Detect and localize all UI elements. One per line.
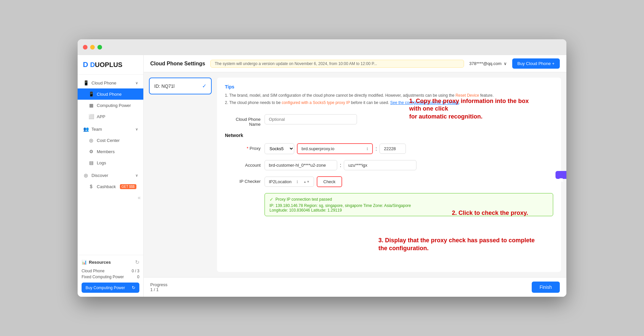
header-notice: The system will undergo a version update… <box>210 60 464 68</box>
sidebar-item-app[interactable]: ⬜ APP <box>78 111 143 122</box>
sidebar-item-members[interactable]: ⚙ Members <box>78 146 143 157</box>
success-check-icon: ✓ <box>269 197 273 202</box>
device-check-icon: ✓ <box>202 83 206 89</box>
members-icon: ⚙ <box>88 149 94 154</box>
page-wrapper: ID: NQ71l ✓ Tips 1. The brand, model, an… <box>144 72 566 277</box>
titlebar <box>78 39 566 55</box>
app-window: D DUOPLUS 📱 Cloud Phone ∨ 📱 Cloud Phone <box>78 39 566 297</box>
sidebar-item-computing-power[interactable]: ▦ Computing Power <box>78 100 143 111</box>
resource-row-cloud-phone: Cloud Phone 0 / 3 <box>82 269 139 273</box>
user-dropdown-icon: ∨ <box>504 61 507 66</box>
success-message: Proxy IP connection test passed <box>275 197 332 202</box>
sidebar-footer: 📊 Resources ↻ Cloud Phone 0 / 3 Fixed Co… <box>78 255 143 297</box>
team-icon: 👥 <box>83 126 89 132</box>
sidebar: D DUOPLUS 📱 Cloud Phone ∨ 📱 Cloud Phone <box>78 55 144 297</box>
app-body: D DUOPLUS 📱 Cloud Phone ∨ 📱 Cloud Phone <box>78 55 566 297</box>
proxy-info-icon[interactable]: ℹ <box>367 147 368 151</box>
sidebar-item-cloud-phone-label: Cloud Phone <box>91 81 116 85</box>
progress-label: Progress <box>150 282 167 287</box>
buy-refresh-icon: ↻ <box>132 285 135 290</box>
ip-checker-value: IP2Location <box>269 179 292 184</box>
minimize-button[interactable] <box>90 45 95 50</box>
refresh-icon[interactable]: ↻ <box>135 259 139 265</box>
chevron-down-icon: ∨ <box>135 81 138 85</box>
progress-value: 1 / 1 <box>150 287 167 292</box>
user-account[interactable]: 378****@qq.com ∨ <box>469 61 507 66</box>
finish-button[interactable]: Finish <box>532 282 560 293</box>
sidebar-section-discover: ◎ Discover ∨ $ Cashback GET $$$ <box>78 170 143 192</box>
form-row-account: Account : <box>225 160 553 170</box>
colon-separator: : <box>376 146 377 152</box>
device-card[interactable]: ID: NQ71l ✓ <box>149 78 212 94</box>
team-chevron-icon: ∨ <box>135 127 138 131</box>
ip-checker-select[interactable]: IP2Location ℹ ▲▼ <box>265 177 314 187</box>
resources-title: 📊 Resources <box>82 260 111 265</box>
buy-cloud-phone-button[interactable]: Buy Cloud Phone + <box>512 58 560 69</box>
cloud-phone-resource-value: 0 / 3 <box>132 269 139 273</box>
cloud-phone-resource-label: Cloud Phone <box>82 269 104 273</box>
proxy-controls: Socks5 brd.superproxy.io ℹ : <box>265 143 406 154</box>
sidebar-item-computing-label: Computing Power <box>97 103 131 108</box>
resources-header: 📊 Resources ↻ <box>82 259 139 265</box>
sidebar-item-logs[interactable]: ▤ Logs <box>78 157 143 168</box>
account-user-input[interactable] <box>265 160 337 170</box>
discover-chevron-icon: ∨ <box>135 173 138 178</box>
phone-sub-icon: 📱 <box>88 91 94 97</box>
cashback-icon: $ <box>88 184 94 189</box>
account-colon: : <box>340 162 341 168</box>
buy-computing-label: Buy Computing Power <box>86 286 125 290</box>
account-controls: : <box>265 160 416 170</box>
phone-icon: 📱 <box>83 80 89 85</box>
sidebar-item-cloud-phone[interactable]: 📱 Cloud Phone <box>78 88 143 100</box>
maximize-button[interactable] <box>97 45 102 50</box>
sidebar-section-team: 👥 Team ∨ ◎ Cost Center ⚙ Members ▤ Lo <box>78 123 143 168</box>
close-button[interactable] <box>83 45 88 50</box>
cloud-phone-name-input[interactable] <box>265 114 357 124</box>
page-area: ID: NQ71l ✓ Tips 1. The brand, model, an… <box>144 72 566 277</box>
sidebar-item-app-label: APP <box>97 114 105 119</box>
sidebar-item-cloud-phone-parent[interactable]: 📱 Cloud Phone ∨ <box>78 77 143 88</box>
sidebar-item-discover[interactable]: ◎ Discover ∨ <box>78 170 143 181</box>
proxy-type-select[interactable]: Socks5 <box>265 143 294 154</box>
cost-icon: ◎ <box>88 138 94 143</box>
sidebar-item-cloud-phone-sub-label: Cloud Phone <box>97 92 122 97</box>
account-pass-input[interactable] <box>344 160 416 170</box>
network-section-title: Network <box>225 133 553 138</box>
sidebar-item-team-label: Team <box>91 127 102 132</box>
logo-text: DUOPLUS <box>90 61 123 69</box>
proxy-host-value: brd.superproxy.io <box>302 146 365 151</box>
ip-checker-controls: IP2Location ℹ ▲▼ Check <box>265 176 342 187</box>
account-label: Account <box>225 160 265 168</box>
computing-resource-value: 0 <box>137 275 139 279</box>
buy-computing-power-button[interactable]: Buy Computing Power ↻ <box>82 283 139 293</box>
socks5-proxy-link[interactable]: configured with a Socks5 type proxy IP <box>282 100 350 105</box>
contact-us-float-button[interactable]: 联系我们 <box>555 171 566 179</box>
sidebar-item-cashback[interactable]: $ Cashback GET $$$ <box>78 181 143 192</box>
ip-info: IP: 139.180.146.78 Region: sg, singapore… <box>269 203 548 208</box>
device-panel: ID: NQ71l ✓ <box>149 78 212 272</box>
success-header: ✓ Proxy IP connection test passed <box>269 197 548 202</box>
sidebar-item-cost-center-label: Cost Center <box>97 138 120 143</box>
tips-title: Tips <box>225 84 553 89</box>
proxy-label: Proxy <box>225 143 265 151</box>
annotation-1: 1. Copy the proxy information into the b… <box>409 97 535 120</box>
logo-icon: D <box>83 60 88 69</box>
device-id: ID: NQ71l <box>154 84 174 89</box>
check-proxy-button[interactable]: Check <box>317 176 342 187</box>
discover-icon: ◎ <box>83 173 89 178</box>
sidebar-item-cashback-label: Cashback <box>97 184 116 189</box>
ip-checker-info-icon: ℹ <box>297 180 298 184</box>
main-content: Cloud Phone Settings The system will und… <box>144 55 566 297</box>
sidebar-item-cost-center[interactable]: ◎ Cost Center <box>78 135 143 146</box>
computing-resource-label: Fixed Computing Power <box>82 275 124 279</box>
proxy-port-input[interactable] <box>379 144 406 154</box>
proxy-host-field[interactable]: brd.superproxy.io ℹ <box>297 143 373 154</box>
form-row-ip-checker: IP Checker IP2Location ℹ ▲▼ Check <box>225 176 553 187</box>
app-icon: ⬜ <box>88 114 94 119</box>
sidebar-item-discover-label: Discover <box>91 173 108 178</box>
collapse-sidebar-button[interactable]: « <box>78 193 143 202</box>
reset-device-link[interactable]: Reset Device <box>455 93 479 98</box>
sidebar-item-team[interactable]: 👥 Team ∨ <box>78 123 143 135</box>
cloud-phone-name-label: Cloud Phone Name <box>225 114 265 127</box>
ip-checker-label: IP Checker <box>225 176 265 184</box>
